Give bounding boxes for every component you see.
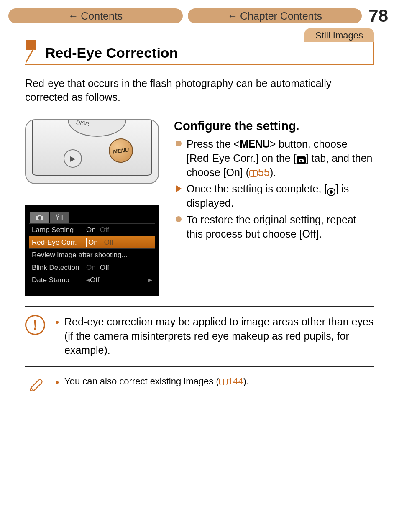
warning-note: ! Red-eye correction may be applied to i… — [25, 315, 374, 367]
result-bullet: Once the setting is complete, [] is disp… — [174, 182, 374, 210]
arrow-left-icon: ← — [228, 10, 238, 22]
menu-screenshot: ŸT Lamp Setting On Off Red-Eye Corr. On … — [25, 205, 159, 296]
tip-note: You can also correct existing images (14… — [25, 375, 374, 399]
camera-illustration: DISP. ▶ MENU — [25, 119, 159, 184]
menu-row-redeye: Red-Eye Corr. On Off — [29, 236, 155, 248]
section-title-box: Red-Eye Correction — [25, 42, 374, 65]
menu-tab-tools: ŸT — [50, 212, 69, 223]
page-reference-link[interactable]: 144 — [228, 376, 243, 386]
pencil-icon — [25, 375, 45, 395]
book-icon — [219, 379, 228, 385]
instruction-bullet: To restore the original setting, repeat … — [174, 213, 374, 241]
chapter-contents-button[interactable]: ← Chapter Contents — [188, 8, 362, 23]
page-header: ← Contents ← Chapter Contents 78 — [0, 0, 399, 26]
svg-point-2 — [38, 216, 41, 220]
tip-text: You can also correct existing images (14… — [55, 375, 249, 395]
menu-row-lamp: Lamp Setting On Off — [29, 223, 155, 236]
playback-button-icon: ▶ — [64, 149, 82, 168]
redeye-indicator-icon — [327, 188, 335, 196]
title-slash-icon — [24, 47, 41, 64]
camera-icon — [36, 214, 44, 221]
svg-rect-1 — [38, 215, 41, 216]
category-tag: Still Images — [304, 28, 374, 42]
section-title: Red-Eye Correction — [45, 45, 373, 61]
contents-button[interactable]: ← Contents — [8, 8, 183, 23]
menu-glyph: MENU — [240, 138, 270, 150]
book-icon — [249, 170, 258, 177]
menu-row-datestamp: Date Stamp ◂ Off ▸ — [29, 274, 155, 286]
warning-icon: ! — [25, 315, 45, 335]
intro-text: Red-eye that occurs in the flash photogr… — [25, 77, 374, 110]
instruction-bullet: Press the <MENU> button, choose [Red-Eye… — [174, 137, 374, 179]
menu-row-review: Review image after shooting... — [29, 248, 155, 261]
chapter-contents-label: Chapter Contents — [240, 10, 322, 22]
svg-point-5 — [300, 160, 302, 162]
svg-rect-4 — [300, 159, 302, 160]
warning-text: Red-eye correction may be applied to ima… — [55, 315, 374, 357]
camera-tab-icon — [297, 156, 306, 164]
menu-tab-camera — [30, 212, 49, 223]
page-number: 78 — [367, 6, 391, 26]
menu-row-blink: Blink Detection On Off — [29, 261, 155, 274]
step-heading: Configure the setting. — [174, 119, 374, 133]
chevron-right-icon: ▸ — [148, 276, 152, 284]
contents-label: Contents — [81, 10, 123, 22]
page-reference-link[interactable]: 55 — [258, 166, 270, 178]
arrow-left-icon: ← — [68, 10, 78, 22]
